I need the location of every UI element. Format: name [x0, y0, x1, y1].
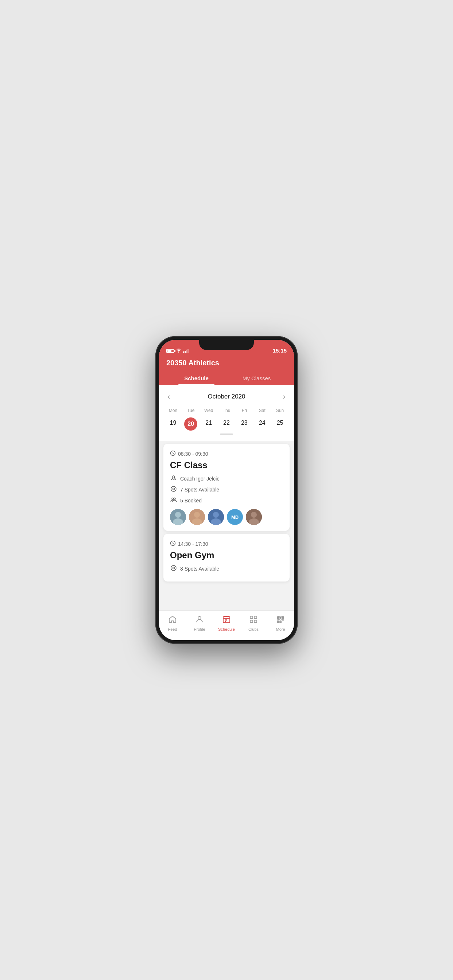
wifi-icon [176, 348, 182, 354]
spots-icon [170, 485, 177, 494]
calendar-grid: Mon Tue Wed Thu Fri Sat Sun 19 20 21 22 … [165, 408, 288, 431]
cf-time: 08:30 - 09:30 [170, 450, 283, 457]
nav-schedule-label: Schedule [218, 627, 235, 632]
nav-feed-label: Feed [168, 627, 177, 632]
svg-rect-33 [282, 616, 284, 617]
svg-rect-38 [280, 621, 281, 623]
avatar-2 [189, 509, 205, 525]
day-22[interactable]: 22 [219, 417, 235, 431]
class-card-cf[interactable]: 08:30 - 09:30 CF Class Coach Igor Jelcic [163, 444, 290, 531]
svg-rect-24 [225, 619, 226, 620]
svg-rect-26 [225, 621, 226, 622]
avatar-md: MD [227, 509, 243, 525]
nav-feed[interactable]: Feed [159, 614, 186, 633]
calendar-month: October 2020 [207, 393, 245, 400]
nav-clubs-label: Clubs [248, 627, 258, 632]
nav-profile-label: Profile [194, 627, 205, 632]
clock-icon [170, 450, 176, 457]
svg-rect-28 [254, 616, 257, 619]
avatar-3 [208, 509, 224, 525]
phone-frame: 15:15 20350 Athletics Schedule My Classe… [155, 336, 298, 644]
gym-spots: 8 Spots Available [170, 565, 283, 573]
nav-more[interactable]: More [267, 614, 294, 633]
svg-point-22 [198, 617, 201, 619]
status-time: 15:15 [273, 347, 287, 354]
gym-time: 14:30 - 17:30 [170, 540, 283, 547]
signal-bars [183, 349, 188, 353]
battery-icon [166, 349, 174, 353]
tab-schedule[interactable]: Schedule [166, 372, 226, 385]
svg-point-8 [175, 512, 181, 518]
avatar-5 [246, 509, 262, 525]
cf-spots: 7 Spots Available [170, 485, 283, 494]
bottom-nav: Feed Profile [159, 610, 294, 640]
tab-bar: Schedule My Classes [166, 372, 287, 385]
dots-icon [276, 615, 285, 626]
day-header-sat: Sat [254, 408, 270, 416]
app-title: 20350 Athletics [166, 359, 287, 367]
day-19[interactable]: 19 [165, 417, 181, 431]
app-header: 20350 Athletics Schedule My Classes [159, 356, 294, 385]
cf-booked: 5 Booked [170, 496, 283, 504]
prev-month-button[interactable]: ‹ [165, 391, 173, 402]
avatar-1 [170, 509, 186, 525]
calendar-header: ‹ October 2020 › [165, 391, 288, 402]
tab-my-classes[interactable]: My Classes [226, 372, 287, 385]
svg-rect-37 [277, 621, 279, 623]
svg-point-6 [174, 498, 175, 500]
day-header-tue: Tue [183, 408, 199, 416]
svg-point-2 [172, 476, 175, 478]
nav-profile[interactable]: Profile [186, 614, 213, 633]
svg-point-20 [171, 565, 176, 571]
cf-coach: Coach Igor Jelcic [170, 475, 283, 483]
svg-rect-25 [226, 619, 227, 620]
clock-icon-gym [170, 540, 176, 547]
day-21[interactable]: 21 [201, 417, 217, 431]
nav-schedule[interactable]: Schedule [213, 614, 240, 633]
svg-point-4 [173, 488, 175, 490]
day-23[interactable]: 23 [236, 417, 252, 431]
svg-rect-27 [250, 616, 253, 619]
svg-point-17 [251, 512, 257, 518]
notch [199, 340, 254, 350]
svg-rect-34 [277, 619, 279, 620]
day-header-mon: Mon [165, 408, 181, 416]
svg-point-5 [172, 498, 174, 500]
svg-rect-31 [277, 616, 279, 617]
grid-icon [249, 615, 258, 626]
day-header-thu: Thu [219, 408, 235, 416]
cf-class-name: CF Class [170, 460, 283, 470]
day-24[interactable]: 24 [254, 417, 270, 431]
person-icon [195, 615, 204, 626]
day-header-fri: Fri [236, 408, 252, 416]
house-icon [168, 615, 177, 626]
next-month-button[interactable]: › [280, 391, 288, 402]
svg-point-3 [171, 486, 176, 492]
svg-rect-30 [254, 620, 257, 623]
gym-spots-icon [170, 565, 177, 573]
calendar: ‹ October 2020 › Mon Tue Wed Thu Fri Sat… [159, 385, 294, 441]
scroll-indicator [165, 431, 288, 436]
svg-rect-36 [282, 619, 284, 620]
svg-point-0 [179, 352, 179, 353]
open-gym-name: Open Gym [170, 550, 283, 560]
nav-more-label: More [276, 627, 285, 632]
svg-rect-32 [280, 616, 281, 617]
day-25[interactable]: 25 [272, 417, 288, 431]
cf-avatars: MD [170, 509, 283, 525]
day-header-sun: Sun [272, 408, 288, 416]
nav-clubs[interactable]: Clubs [240, 614, 267, 633]
main-content: ‹ October 2020 › Mon Tue Wed Thu Fri Sat… [159, 385, 294, 610]
day-20-today[interactable]: 20 [184, 417, 197, 431]
coach-icon [170, 475, 177, 483]
svg-rect-35 [280, 619, 281, 620]
day-header-wed: Wed [201, 408, 217, 416]
svg-rect-29 [250, 620, 253, 623]
svg-point-21 [173, 567, 175, 569]
phone-screen: 15:15 20350 Athletics Schedule My Classe… [159, 340, 294, 640]
class-card-open-gym[interactable]: 14:30 - 17:30 Open Gym 8 Spots Available [163, 534, 290, 582]
booked-icon [170, 496, 177, 504]
status-left [166, 348, 188, 354]
svg-point-11 [194, 512, 200, 518]
calendar-icon [222, 615, 231, 626]
